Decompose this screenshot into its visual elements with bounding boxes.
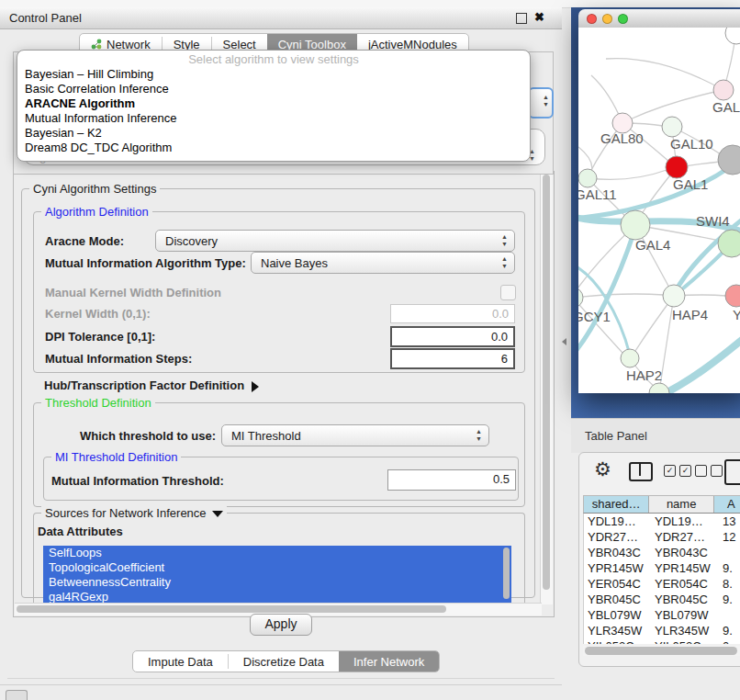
network-node[interactable] <box>718 230 740 257</box>
table-cell: YIL052C <box>584 638 653 644</box>
node-label: GCY1 <box>578 309 611 324</box>
network-edge[interactable] <box>606 59 723 90</box>
network-node[interactable] <box>725 285 740 307</box>
attribute-list-scrollbar[interactable] <box>502 548 510 601</box>
close-panel-icon[interactable]: ✖ <box>534 10 544 24</box>
network-node[interactable] <box>662 117 682 137</box>
settings-vertical-scrollbar[interactable] <box>540 173 553 604</box>
kernel-width-label: Kernel Width (0,1): <box>45 307 151 321</box>
algorithm-option[interactable]: ARACNE Algorithm <box>17 96 530 111</box>
scrollbar-thumb[interactable] <box>543 175 550 590</box>
table-cell: YDR27… <box>584 529 653 545</box>
network-node[interactable] <box>663 285 685 307</box>
network-node[interactable] <box>621 349 639 367</box>
network-node[interactable] <box>666 156 688 178</box>
algorithm-definition-group: Algorithm Definition Aracne Mode: Discov… <box>33 211 525 373</box>
deselect-all-icon[interactable] <box>695 465 723 477</box>
combo-arrows-icon: ▲▼ <box>501 255 508 270</box>
sources-legend[interactable]: Sources for Network Inference <box>41 506 227 520</box>
bottom-tab-impute-data[interactable]: Impute Data <box>133 651 228 672</box>
settings-gear-icon[interactable]: ⚙ <box>594 458 611 480</box>
hub-definition-toggle[interactable]: Hub/Transcription Factor Definition <box>44 378 259 392</box>
scrollbar-thumb[interactable] <box>17 605 446 613</box>
window-close-icon[interactable] <box>587 14 597 24</box>
column-header-3[interactable]: A <box>714 496 740 513</box>
table-row[interactable]: YDL19…YDL19…13 <box>584 514 740 529</box>
table-cell: 9. <box>721 623 740 638</box>
table-panel-titlebar: Table Panel <box>571 418 740 453</box>
table-row[interactable]: YDR27…YDR27…12 <box>584 529 740 545</box>
split-pane-collapse-icon[interactable] <box>562 338 566 345</box>
manual-kernel-checkbox[interactable] <box>500 285 516 300</box>
table-cell: YLR345W <box>653 623 721 638</box>
algorithm-dropdown-popup: Select algorithm to view settingsBayesia… <box>17 50 531 162</box>
network-edge[interactable] <box>588 170 667 179</box>
data-attributes-list[interactable]: SelfLoopsTopologicalCoefficientBetweenne… <box>43 546 511 604</box>
corner-widget[interactable] <box>6 690 28 700</box>
scrollbar-thumb[interactable] <box>503 548 510 599</box>
network-node[interactable] <box>578 288 583 308</box>
sources-group: Sources for Network Inference Data Attri… <box>33 513 525 605</box>
table-cell: YLR345W <box>584 623 653 638</box>
window-zoom-icon[interactable] <box>618 14 628 24</box>
attribute-item-selected[interactable]: BetweennessCentrality <box>43 575 511 590</box>
bottom-tab-infer-network[interactable]: Infer Network <box>339 651 439 672</box>
mi-threshold-label: Mutual Information Threshold: <box>51 474 224 488</box>
network-window[interactable]: GALGAL80GAL10GAL1GAL11GAL4SWI4HAP4YGCY1H… <box>578 9 740 393</box>
select-all-icon[interactable]: ✓✓ <box>664 465 691 477</box>
table-cell: YIL052C <box>653 638 721 644</box>
scrollbar-thumb[interactable] <box>585 647 737 655</box>
network-node[interactable] <box>621 210 650 240</box>
aracne-mode-combo[interactable]: Discovery ▲▼ <box>155 230 515 252</box>
float-panel-icon[interactable] <box>516 13 527 24</box>
table-row[interactable]: YER054CYER054C8. <box>584 576 740 592</box>
network-view[interactable]: GALGAL80GAL10GAL1GAL11GAL4SWI4HAP4YGCY1H… <box>578 28 740 393</box>
window-minimize-icon[interactable] <box>602 14 612 24</box>
mi-threshold-field[interactable]: 0.5 <box>387 469 516 491</box>
table-horizontal-scrollbar[interactable] <box>583 646 740 656</box>
network-node[interactable] <box>578 169 597 187</box>
attribute-item-selected[interactable]: SelfLoops <box>43 546 511 560</box>
network-edge[interactable] <box>578 294 664 298</box>
which-threshold-label: Which threshold to use: <box>80 429 216 443</box>
bottom-tabbar: Impute DataDiscretize DataInfer Network <box>132 650 440 672</box>
table-row[interactable]: YBL079WYBL079W <box>584 607 740 623</box>
table-row[interactable]: YBR043CYBR043C <box>584 545 740 560</box>
column-header-1[interactable]: shared… <box>584 496 649 513</box>
attribute-item-selected[interactable]: TopologicalCoefficient <box>43 560 511 575</box>
bottom-tab-discretize-data[interactable]: Discretize Data <box>229 651 339 672</box>
threshold-definition-group: Threshold Definition Which threshold to … <box>33 402 525 507</box>
network-window-titlebar[interactable] <box>578 9 740 28</box>
which-threshold-combo[interactable]: MI Threshold ▲▼ <box>221 424 489 446</box>
table-toolbar: ⚙ ✓✓ <box>579 453 740 495</box>
table-cell: 9. <box>721 592 740 607</box>
table-header: shared…nameA <box>583 495 740 514</box>
mi-steps-field[interactable]: 6 <box>390 348 515 369</box>
table-cell: YER054C <box>653 576 721 592</box>
mi-type-combo[interactable]: Naive Bayes ▲▼ <box>251 252 515 274</box>
kernel-width-field[interactable]: 0.0 <box>390 304 515 323</box>
dpi-tolerance-field[interactable]: 0.0 <box>390 326 515 347</box>
algorithm-option[interactable]: Bayesian – K2 <box>17 126 530 141</box>
column-header-2[interactable]: name <box>649 496 713 513</box>
algorithm-option[interactable]: Mutual Information Inference <box>17 111 530 126</box>
table-row[interactable]: YBR045CYBR045C9. <box>584 592 740 607</box>
function-builder-icon[interactable] <box>724 459 740 485</box>
network-node[interactable] <box>725 28 740 44</box>
table-row[interactable]: YLR345WYLR345W9. <box>584 623 740 638</box>
algorithm-option[interactable]: Basic Correlation Inference <box>17 82 530 96</box>
network-edge[interactable] <box>578 298 622 353</box>
network-node[interactable] <box>713 80 734 100</box>
network-edge-thick[interactable] <box>657 331 740 393</box>
table-row[interactable]: YIL052CYIL052C0. <box>584 638 740 644</box>
network-edge[interactable] <box>630 90 723 119</box>
table-row[interactable]: YPR145WYPR145W9. <box>584 560 740 576</box>
popup-prompt: Select algorithm to view settings <box>17 52 530 67</box>
network-graph[interactable]: GALGAL80GAL10GAL1GAL11GAL4SWI4HAP4YGCY1H… <box>578 28 740 393</box>
algorithm-option[interactable]: Bayesian – Hill Climbing <box>17 67 530 82</box>
column-selector-icon[interactable] <box>629 462 653 481</box>
algorithm-combo-fragment[interactable]: ▲▼ <box>528 87 554 119</box>
algorithm-option[interactable]: Dream8 DC_TDC Algorithm <box>17 141 530 155</box>
apply-button[interactable]: Apply <box>250 614 312 636</box>
aracne-mode-label: Aracne Mode: <box>45 234 124 248</box>
